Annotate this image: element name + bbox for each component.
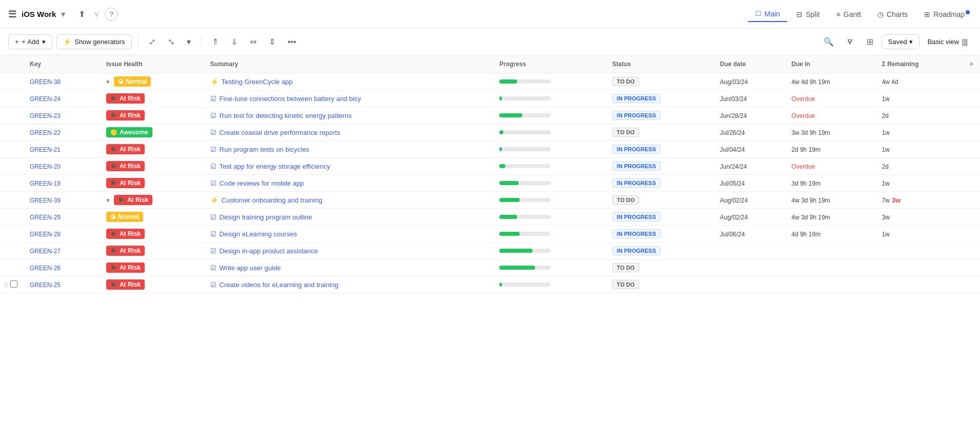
table-row: GREEN-23🦬At Risk☑Run test for detecting … [0,107,980,124]
due-date: Jun/24/24 [720,163,747,170]
issue-key[interactable]: GREEN-26 [30,265,61,272]
row-checkbox[interactable] [10,280,17,288]
progress-bar [499,79,551,84]
nav-roadmap[interactable]: ⊞ Roadmap [917,7,972,22]
col-remaining[interactable]: Σ Remaining [876,55,963,73]
summary-text[interactable]: Design in-app product assistance [220,247,318,255]
progress-fill [499,96,502,100]
check-icon: ☑ [210,95,217,103]
issue-key[interactable]: GREEN-39 [30,197,61,204]
table-row: GREEN-39▾🦬At Risk⚡Customer onboarding an… [0,192,980,209]
nav-main[interactable]: ☐ Main [748,7,787,22]
status-badge: TO DO [612,280,639,289]
table-row: GREEN-38▾🌤Normal⚡Testing GreenCycle appT… [0,73,980,90]
share-button[interactable]: ⑂ [91,7,102,22]
health-badge: 🦬At Risk [106,229,145,239]
row-height-up-button[interactable]: ⇑ [208,34,223,50]
nav-split-label: Split [806,10,819,18]
check-icon: ☑ [210,163,217,170]
nav-gantt[interactable]: ≡ Gantt [829,7,868,22]
summary-text[interactable]: Create coaxial drive performance reports [220,129,341,136]
due-in: 3d 9h 19m [791,180,820,187]
summary-text[interactable]: Create videos for eLearning and training [220,281,339,289]
summary-text[interactable]: Fine-tune connections between battery an… [220,95,361,103]
issue-key[interactable]: GREEN-28 [30,231,61,238]
summary-text[interactable]: Code reviews for mobile app [220,179,304,187]
row-expander[interactable]: ▾ [106,78,110,86]
search-button[interactable]: 🔍 [819,34,838,50]
due-date: Jul/05/24 [720,180,745,187]
health-icon: 🌤 [118,78,124,85]
add-label: + Add [22,38,40,46]
add-chevron: ▾ [42,38,46,46]
summary-text[interactable]: Design training program outline [220,213,312,221]
due-in: 4w 4d 9h 19m [791,78,830,86]
expand-button[interactable]: ⤢ [145,34,160,50]
nav-split[interactable]: ⊟ Split [789,7,827,22]
drag-handle: ⠿ [4,283,8,289]
col-due-in[interactable]: Due In [785,55,875,73]
collapse-chevron[interactable]: ▾ [183,34,195,50]
app-title: iOS Work [22,10,56,18]
help-button[interactable]: ? [105,8,118,21]
title-chevron[interactable]: ▾ [61,10,65,19]
col-progress[interactable]: Progress [493,55,606,73]
issue-key[interactable]: GREEN-29 [30,214,61,221]
more-button[interactable]: ••• [284,34,301,50]
issue-key[interactable]: GREEN-20 [30,163,61,170]
col-due-date[interactable]: Due date [714,55,786,73]
col-issue-health[interactable]: Issue Health [100,55,204,73]
summary-text[interactable]: Test app for energy storage efficiency [220,163,330,170]
due-in: 4d 9h 19m [791,231,820,238]
issue-key[interactable]: GREEN-21 [30,146,61,153]
show-generators-button[interactable]: ⚡ Show generators [56,34,131,49]
col-key[interactable]: Key [24,55,100,73]
table-row: GREEN-26🦬At Risk☑Write app user guideTO … [0,259,980,276]
group-button[interactable]: ⊞ [863,34,877,50]
issue-key[interactable]: GREEN-24 [30,95,61,103]
summary-cell: ☑Design in-app product assistance [210,247,487,255]
nav-main-label: Main [765,10,780,18]
progress-bar [499,181,551,185]
summary-text[interactable]: Design eLearning courses [220,230,297,238]
summary-text[interactable]: Testing GreenCycle app [222,78,293,86]
issue-key[interactable]: GREEN-23 [30,112,61,119]
basic-view-label: Basic view [928,38,959,46]
col-summary[interactable]: Summary [204,55,494,73]
due-in: 4w 3d 9h 19m [791,197,830,204]
issues-table-container: Key Issue Health Summary Progress Status… [0,55,980,443]
table-row: ⠿GREEN-25🦬At Risk☑Create videos for eLea… [0,276,980,293]
main-icon: ☐ [755,10,761,17]
summary-text[interactable]: Run program tests on bicycles [220,146,309,153]
due-in: 2d 9h 19m [791,146,820,153]
issue-key[interactable]: GREEN-19 [30,180,61,187]
row-height-down-button[interactable]: ⇓ [227,34,242,50]
issue-key[interactable]: GREEN-27 [30,248,61,255]
remaining: 1w [882,180,890,187]
summary-cell: ☑Run program tests on bicycles [210,146,487,153]
collapse-button[interactable]: ⤡ [164,34,179,50]
row-expander[interactable]: ▾ [106,196,110,204]
issue-key[interactable]: GREEN-38 [30,78,61,86]
upload-button[interactable]: ⬆ [75,6,88,22]
row-stretch-button[interactable]: ⇕ [265,34,280,50]
filter-button[interactable]: ⛛ [842,34,858,50]
columns-icon: ||| [962,38,968,46]
progress-fill [499,130,503,134]
row-fit-button[interactable]: ⇔ [246,34,261,50]
col-status[interactable]: Status [606,55,714,73]
nav-charts[interactable]: ◷ Charts [870,7,915,22]
check-icon: ☑ [210,129,217,136]
issue-key[interactable]: GREEN-25 [30,281,61,289]
summary-text[interactable]: Run test for detecting kinetic energy pa… [220,112,352,119]
progress-bar [499,283,551,287]
summary-text[interactable]: Write app user guide [220,264,281,272]
basic-view-button[interactable]: Basic view ||| [924,35,972,49]
issue-key[interactable]: GREEN-22 [30,129,61,136]
add-button[interactable]: + + Add ▾ [8,34,52,49]
add-icon: + [15,38,19,46]
col-add[interactable]: + [963,55,980,73]
saved-button[interactable]: Saved ▾ [881,34,919,49]
check-icon: ☑ [210,146,217,153]
summary-text[interactable]: Customer onboarding and training [222,196,323,204]
